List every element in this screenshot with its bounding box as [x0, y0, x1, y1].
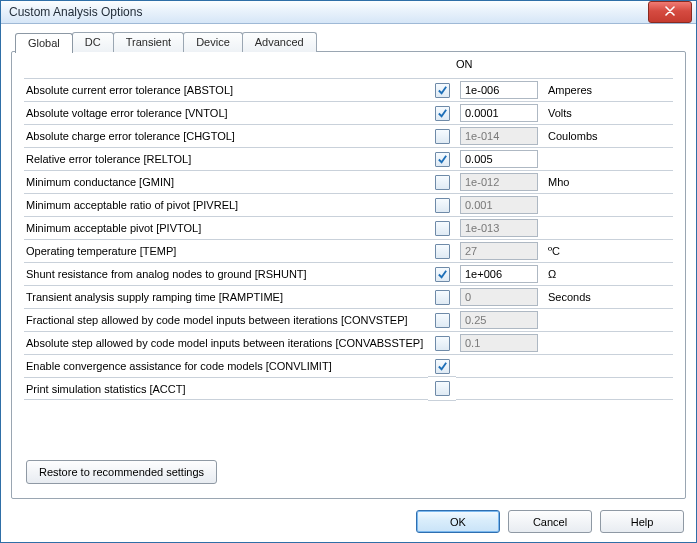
- option-on-cell: [428, 170, 456, 194]
- option-on-cell: [428, 308, 456, 332]
- tab-device[interactable]: Device: [183, 32, 243, 52]
- option-unit: [542, 216, 673, 239]
- option-unit: Seconds: [542, 285, 673, 308]
- option-value-cell: [456, 354, 542, 377]
- option-value-cell: [456, 239, 542, 262]
- column-header-on: ON: [456, 58, 473, 70]
- option-on-cell: [428, 354, 456, 378]
- option-label: Operating temperature [TEMP]: [24, 239, 428, 262]
- option-on-checkbox[interactable]: [435, 221, 450, 236]
- options-grid: Absolute current error tolerance [ABSTOL…: [24, 78, 673, 400]
- option-row: Absolute voltage error tolerance [VNTOL]…: [24, 101, 673, 124]
- option-row: Operating temperature [TEMP]ºC: [24, 239, 673, 262]
- option-unit: [542, 331, 673, 354]
- option-on-checkbox[interactable]: [435, 129, 450, 144]
- option-unit: Ω: [542, 262, 673, 285]
- option-on-cell: [428, 147, 456, 171]
- option-row: Relative error tolerance [RELTOL]: [24, 147, 673, 170]
- option-value-cell: [456, 216, 542, 239]
- help-button[interactable]: Help: [600, 510, 684, 533]
- option-on-checkbox[interactable]: [435, 381, 450, 396]
- option-row: Absolute step allowed by code model inpu…: [24, 331, 673, 354]
- option-on-checkbox[interactable]: [435, 175, 450, 190]
- option-on-checkbox[interactable]: [435, 244, 450, 259]
- option-label: Absolute step allowed by code model inpu…: [24, 331, 428, 354]
- option-value-input: [460, 242, 538, 260]
- option-value-input[interactable]: [460, 81, 538, 99]
- tab-global[interactable]: Global: [15, 33, 73, 53]
- option-unit: ºC: [542, 239, 673, 262]
- option-on-cell: [428, 193, 456, 217]
- option-row: Minimum conductance [GMIN]Mho: [24, 170, 673, 193]
- option-unit: Volts: [542, 101, 673, 124]
- option-value-input[interactable]: [460, 150, 538, 168]
- option-unit: [542, 354, 673, 377]
- option-value-cell: [456, 331, 542, 354]
- option-label: Transient analysis supply ramping time […: [24, 285, 428, 308]
- option-value-cell: [456, 377, 542, 400]
- option-label: Fractional step allowed by code model in…: [24, 308, 428, 331]
- option-row: Minimum acceptable pivot [PIVTOL]: [24, 216, 673, 239]
- option-value-input: [460, 288, 538, 306]
- tab-dc[interactable]: DC: [72, 32, 114, 52]
- option-row: Fractional step allowed by code model in…: [24, 308, 673, 331]
- option-row: Print simulation statistics [ACCT]: [24, 377, 673, 400]
- tab-panel-global: ON Absolute current error tolerance [ABS…: [11, 51, 686, 499]
- option-row: Enable convergence assistance for code m…: [24, 354, 673, 377]
- option-on-checkbox[interactable]: [435, 290, 450, 305]
- option-label: Minimum acceptable pivot [PIVTOL]: [24, 216, 428, 239]
- option-unit: [542, 147, 673, 170]
- restore-button[interactable]: Restore to recommended settings: [26, 460, 217, 484]
- option-on-checkbox[interactable]: [435, 359, 450, 374]
- option-on-checkbox[interactable]: [435, 198, 450, 213]
- option-row: Transient analysis supply ramping time […: [24, 285, 673, 308]
- option-unit: Mho: [542, 170, 673, 193]
- option-on-checkbox[interactable]: [435, 83, 450, 98]
- option-on-cell: [428, 285, 456, 309]
- tab-advanced[interactable]: Advanced: [242, 32, 317, 52]
- option-value-cell: [456, 262, 542, 285]
- option-value-cell: [456, 193, 542, 216]
- option-row: Absolute current error tolerance [ABSTOL…: [24, 78, 673, 101]
- titlebar: Custom Analysis Options: [1, 1, 696, 24]
- option-value-input[interactable]: [460, 104, 538, 122]
- option-value-cell: [456, 78, 542, 101]
- option-label: Minimum conductance [GMIN]: [24, 170, 428, 193]
- option-on-cell: [428, 101, 456, 125]
- option-row: Minimum acceptable ratio of pivot [PIVRE…: [24, 193, 673, 216]
- option-value-input: [460, 127, 538, 145]
- option-on-cell: [428, 239, 456, 263]
- option-value-cell: [456, 101, 542, 124]
- option-value-input: [460, 196, 538, 214]
- ok-button[interactable]: OK: [416, 510, 500, 533]
- option-value-cell: [456, 285, 542, 308]
- option-on-checkbox[interactable]: [435, 336, 450, 351]
- option-on-cell: [428, 331, 456, 355]
- option-unit: [542, 377, 673, 400]
- option-label: Relative error tolerance [RELTOL]: [24, 147, 428, 170]
- window-title: Custom Analysis Options: [9, 5, 142, 19]
- option-value-input[interactable]: [460, 265, 538, 283]
- option-value-cell: [456, 147, 542, 170]
- option-row: Absolute charge error tolerance [CHGTOL]…: [24, 124, 673, 147]
- option-on-checkbox[interactable]: [435, 313, 450, 328]
- close-button[interactable]: [648, 1, 692, 23]
- option-on-checkbox[interactable]: [435, 106, 450, 121]
- option-value-input: [460, 219, 538, 237]
- option-row: Shunt resistance from analog nodes to gr…: [24, 262, 673, 285]
- option-on-cell: [428, 262, 456, 286]
- tab-transient[interactable]: Transient: [113, 32, 184, 52]
- option-value-input: [460, 311, 538, 329]
- option-unit: Coulombs: [542, 124, 673, 147]
- cancel-button[interactable]: Cancel: [508, 510, 592, 533]
- option-label: Minimum acceptable ratio of pivot [PIVRE…: [24, 193, 428, 216]
- close-icon: [665, 6, 675, 18]
- option-on-cell: [428, 376, 456, 401]
- option-on-checkbox[interactable]: [435, 152, 450, 167]
- option-value-cell: [456, 170, 542, 193]
- option-label: Absolute current error tolerance [ABSTOL…: [24, 78, 428, 101]
- option-value-input: [460, 173, 538, 191]
- dialog-footer: OK Cancel Help: [1, 509, 696, 542]
- option-label: Absolute voltage error tolerance [VNTOL]: [24, 101, 428, 124]
- option-on-checkbox[interactable]: [435, 267, 450, 282]
